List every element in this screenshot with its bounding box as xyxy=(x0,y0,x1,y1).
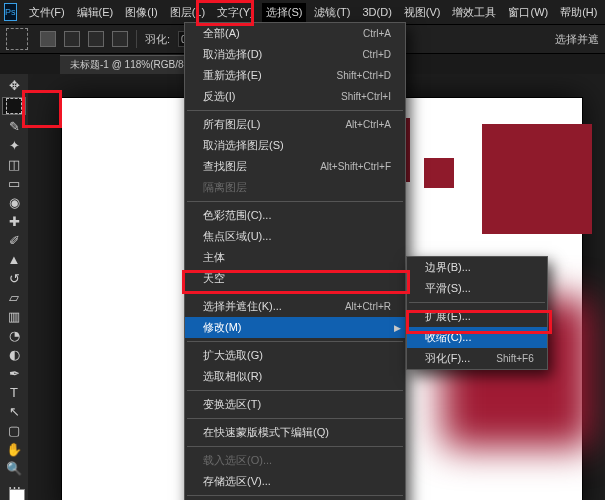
gradient-tool[interactable]: ▥ xyxy=(3,309,25,324)
menu-item-label: 扩大选取(G) xyxy=(203,348,263,363)
menu-item-shortcut: Shift+Ctrl+D xyxy=(337,70,391,81)
menu-item-label: 主体 xyxy=(203,250,225,265)
menu-item-label: 修改(M) xyxy=(203,320,242,335)
select-menu-item-6[interactable]: 取消选择图层(S) xyxy=(185,135,405,156)
pen-tool[interactable]: ✒ xyxy=(3,366,25,381)
shape-tool[interactable]: ▢ xyxy=(3,423,25,438)
menu-help[interactable]: 帮助(H) xyxy=(556,3,601,22)
menu-item-shortcut: Alt+Ctrl+R xyxy=(345,301,391,312)
menu-item-shortcut: Ctrl+D xyxy=(362,49,391,60)
wand-tool[interactable]: ✦ xyxy=(3,138,25,153)
menu-filter[interactable]: 滤镜(T) xyxy=(310,3,354,22)
modify-submenu-item-1[interactable]: 平滑(S)... xyxy=(407,278,547,299)
menu-item-label: 查找图层 xyxy=(203,159,247,174)
select-menu-item-25: 载入选区(O)... xyxy=(185,450,405,471)
menu-3d[interactable]: 3D(D) xyxy=(358,4,395,20)
toolbox: ✥ ✎ ✦ ◫ ▭ ◉ ✚ ✐ ▲ ↺ ▱ ▥ ◔ ◐ ✒ T ↖ ▢ ✋ 🔍 … xyxy=(0,74,28,500)
menu-item-label: 重新选择(E) xyxy=(203,68,262,83)
shape-2 xyxy=(424,158,454,188)
select-menu-item-12[interactable]: 主体 xyxy=(185,247,405,268)
blur-tool[interactable]: ◔ xyxy=(3,328,25,343)
menu-item-shortcut: Ctrl+A xyxy=(363,28,391,39)
menu-window[interactable]: 窗口(W) xyxy=(504,3,552,22)
menu-item-label: 变换选区(T) xyxy=(203,397,261,412)
menu-item-label: 在快速蒙版模式下编辑(Q) xyxy=(203,425,329,440)
modify-submenu-item-3[interactable]: 扩展(E)... xyxy=(407,306,547,327)
eyedrop-tool[interactable]: ◉ xyxy=(3,195,25,210)
heal-tool[interactable]: ✚ xyxy=(3,214,25,229)
select-menu-item-3[interactable]: 反选(I)Shift+Ctrl+I xyxy=(185,86,405,107)
zoom-tool[interactable]: 🔍 xyxy=(3,461,25,476)
select-menu-item-1[interactable]: 取消选择(D)Ctrl+D xyxy=(185,44,405,65)
menu-item-shortcut: Shift+Ctrl+I xyxy=(341,91,391,102)
crop-tool[interactable]: ◫ xyxy=(3,157,25,172)
menu-item-label: 平滑(S)... xyxy=(425,281,471,296)
select-menu-item-7[interactable]: 查找图层Alt+Shift+Ctrl+F xyxy=(185,156,405,177)
modify-submenu-item-4[interactable]: 收缩(C)... xyxy=(407,327,547,348)
select-menu-item-19[interactable]: 选取相似(R) xyxy=(185,366,405,387)
menu-item-shortcut: Alt+Shift+Ctrl+F xyxy=(320,161,391,172)
bg-color[interactable] xyxy=(9,489,25,500)
menu-image[interactable]: 图像(I) xyxy=(121,3,161,22)
menu-plugins[interactable]: 增效工具 xyxy=(448,3,500,22)
feather-label: 羽化: xyxy=(145,32,170,47)
modify-submenu-item-0[interactable]: 边界(B)... xyxy=(407,257,547,278)
modify-submenu[interactable]: 边界(B)...平滑(S)...扩展(E)...收缩(C)...羽化(F)...… xyxy=(406,256,548,370)
menu-item-label: 天空 xyxy=(203,271,225,286)
sel-mode-int[interactable] xyxy=(112,31,128,47)
menu-item-label: 边界(B)... xyxy=(425,260,471,275)
frame-tool[interactable]: ▭ xyxy=(3,176,25,191)
hand-tool[interactable]: ✋ xyxy=(3,442,25,457)
move-tool[interactable]: ✥ xyxy=(3,78,25,93)
sel-mode-new[interactable] xyxy=(40,31,56,47)
select-menu-item-0[interactable]: 全部(A)Ctrl+A xyxy=(185,23,405,44)
menu-file[interactable]: 文件(F) xyxy=(25,3,69,22)
menu-layer[interactable]: 图层(L) xyxy=(166,3,209,22)
lasso-tool[interactable]: ✎ xyxy=(3,119,25,134)
menu-item-label: 所有图层(L) xyxy=(203,117,260,132)
select-menu-item-21[interactable]: 变换选区(T) xyxy=(185,394,405,415)
sel-mode-add[interactable] xyxy=(64,31,80,47)
document-title: 未标题-1 @ 118%(RGB/8#) xyxy=(70,59,192,70)
history-tool[interactable]: ↺ xyxy=(3,271,25,286)
menu-view[interactable]: 视图(V) xyxy=(400,3,445,22)
select-menu-item-5[interactable]: 所有图层(L)Alt+Ctrl+A xyxy=(185,114,405,135)
marquee-icon xyxy=(6,98,22,114)
shape-3 xyxy=(482,124,592,234)
brush-tool[interactable]: ✐ xyxy=(3,233,25,248)
select-menu-item-18[interactable]: 扩大选取(G) xyxy=(185,345,405,366)
select-menu-item-11[interactable]: 焦点区域(U)... xyxy=(185,226,405,247)
select-menu-item-23[interactable]: 在快速蒙版模式下编辑(Q) xyxy=(185,422,405,443)
app-logo: Ps xyxy=(4,3,17,21)
menu-item-label: 反选(I) xyxy=(203,89,235,104)
menu-edit[interactable]: 编辑(E) xyxy=(73,3,118,22)
eraser-tool[interactable]: ▱ xyxy=(3,290,25,305)
menu-item-label: 焦点区域(U)... xyxy=(203,229,271,244)
select-menu[interactable]: 全部(A)Ctrl+A取消选择(D)Ctrl+D重新选择(E)Shift+Ctr… xyxy=(184,22,406,500)
menu-item-label: 载入选区(O)... xyxy=(203,453,272,468)
select-menu-item-26[interactable]: 存储选区(V)... xyxy=(185,471,405,492)
tool-preset-icon[interactable] xyxy=(6,28,28,50)
marquee-tool[interactable] xyxy=(2,97,26,115)
select-menu-item-10[interactable]: 色彩范围(C)... xyxy=(185,205,405,226)
select-and-mask-button[interactable]: 选择并遮 xyxy=(555,32,599,47)
type-tool[interactable]: T xyxy=(3,385,25,400)
menu-item-label: 取消选择(D) xyxy=(203,47,262,62)
path-tool[interactable]: ↖ xyxy=(3,404,25,419)
stamp-tool[interactable]: ▲ xyxy=(3,252,25,267)
select-menu-item-15[interactable]: 选择并遮住(K)...Alt+Ctrl+R xyxy=(185,296,405,317)
menu-item-label: 选择并遮住(K)... xyxy=(203,299,282,314)
select-menu-item-13[interactable]: 天空 xyxy=(185,268,405,289)
modify-submenu-item-5[interactable]: 羽化(F)...Shift+F6 xyxy=(407,348,547,369)
menu-item-label: 存储选区(V)... xyxy=(203,474,271,489)
menu-item-label: 收缩(C)... xyxy=(425,330,471,345)
dodge-tool[interactable]: ◐ xyxy=(3,347,25,362)
menu-item-label: 全部(A) xyxy=(203,26,240,41)
menu-item-label: 扩展(E)... xyxy=(425,309,471,324)
menu-select[interactable]: 选择(S) xyxy=(262,3,307,22)
menu-type[interactable]: 文字(Y) xyxy=(213,3,258,22)
sel-mode-sub[interactable] xyxy=(88,31,104,47)
select-menu-item-16[interactable]: 修改(M)▶ xyxy=(185,317,405,338)
select-menu-item-2[interactable]: 重新选择(E)Shift+Ctrl+D xyxy=(185,65,405,86)
select-menu-item-8: 隔离图层 xyxy=(185,177,405,198)
